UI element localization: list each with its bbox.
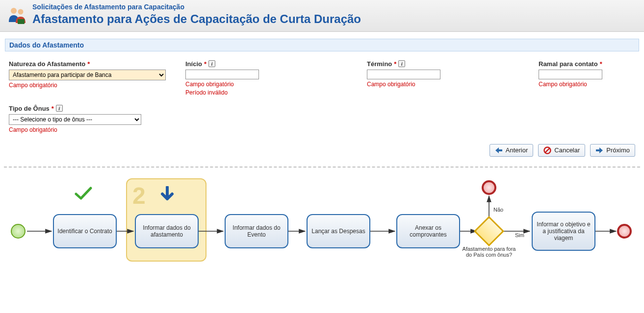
field-termino: Término * i Campo obrigatório	[367, 60, 455, 96]
flow-step-identificar-contrato: Identificar o Contrato	[53, 214, 117, 248]
field-tipo-onus: Tipo de Ônus * i --- Selecione o tipo de…	[9, 105, 141, 133]
required-marker: *	[394, 60, 396, 68]
info-icon[interactable]: i	[398, 60, 405, 67]
label-termino: Término	[367, 60, 392, 68]
error-natureza: Campo obrigatório	[9, 82, 171, 89]
field-natureza: Natureza do Afastamento * Afastamento pa…	[9, 60, 171, 96]
label-tipo-onus: Tipo de Ônus	[9, 105, 50, 112]
error-inicio-2: Período inválido	[185, 89, 274, 96]
anterior-button[interactable]: Anterior	[489, 144, 534, 157]
required-marker: *	[600, 60, 602, 68]
flow-step-informar-dados-afastamento: Informar dados do afastamento	[135, 214, 199, 248]
error-tipo-onus: Campo obrigatório	[9, 126, 141, 133]
checkmark-icon	[75, 186, 92, 201]
info-icon[interactable]: i	[56, 105, 63, 112]
label-ramal: Ramal para contato	[539, 60, 598, 68]
flow-gateway-label: Afastamento para fora do País com ônus?	[462, 246, 516, 258]
wizard-button-bar: Anterior Cancelar Próximo	[0, 142, 644, 164]
svg-rect-2	[18, 19, 25, 24]
svg-point-0	[11, 8, 17, 14]
required-marker: *	[87, 60, 90, 68]
select-natureza[interactable]: Afastamento para participar de Banca	[9, 70, 166, 80]
flow-end-event	[617, 224, 632, 239]
breadcrumb: Solicitações de Afastamento para Capacit…	[32, 3, 361, 12]
label-inicio: Início	[185, 60, 202, 68]
flow-end-event-no	[482, 180, 496, 195]
flow-gateway-no: Não	[493, 207, 503, 213]
form-dados-afastamento: Natureza do Afastamento * Afastamento pa…	[0, 60, 644, 133]
input-ramal[interactable]	[539, 70, 602, 79]
error-termino: Campo obrigatório	[367, 81, 455, 88]
svg-point-1	[18, 9, 24, 14]
header-people-icon	[7, 4, 27, 25]
field-inicio: Início * i Campo obrigatório Período inv…	[185, 60, 274, 96]
arrow-down-icon	[160, 186, 175, 206]
page-title: Afastamento para Ações de Capacitação de…	[32, 12, 361, 26]
field-ramal: Ramal para contato * Campo obrigatório	[539, 60, 627, 96]
input-termino[interactable]	[367, 70, 440, 79]
input-inicio[interactable]	[185, 70, 259, 79]
separator	[4, 167, 640, 168]
proximo-button[interactable]: Próximo	[590, 144, 635, 157]
flow-step-informar-objetivo: Informar o objetivo e a justificativa da…	[532, 212, 595, 251]
svg-line-4	[545, 148, 549, 152]
section-title-dados: Dados do Afastamento	[5, 39, 639, 51]
required-marker: *	[204, 60, 206, 68]
flow-step-anexar-comprovantes: Anexar os comprovantes	[396, 214, 460, 248]
error-ramal: Campo obrigatório	[539, 81, 627, 88]
label-natureza: Natureza do Afastamento	[9, 60, 85, 68]
workflow-diagram: 2 Identificar o Contrato Informar	[0, 177, 644, 290]
required-marker: *	[52, 105, 54, 112]
flow-start-event	[11, 224, 26, 239]
flow-gateway-yes: Sim	[515, 232, 524, 238]
error-inicio-1: Campo obrigatório	[185, 81, 274, 88]
arrow-left-icon	[495, 147, 503, 154]
cancelar-button[interactable]: Cancelar	[538, 144, 585, 157]
select-tipo-onus[interactable]: --- Selecione o tipo de ônus ---	[9, 114, 141, 125]
arrow-right-icon	[595, 147, 603, 154]
page-header: Solicitações de Afastamento para Capacit…	[0, 0, 644, 32]
flow-step-informar-dados-evento: Informar dados do Evento	[225, 214, 288, 248]
flow-step-lancar-despesas: Lançar as Despesas	[307, 214, 370, 248]
cancel-icon	[543, 146, 551, 154]
info-icon[interactable]: i	[208, 60, 215, 67]
